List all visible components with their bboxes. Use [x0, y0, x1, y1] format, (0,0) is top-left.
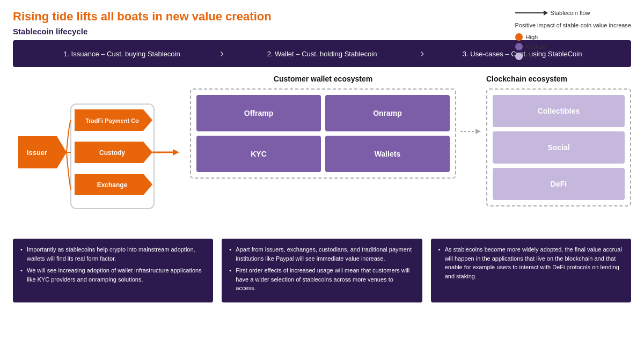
dotted-arrowhead [475, 129, 481, 134]
legend-arrow-line [515, 12, 547, 13]
step-2-label: 2. Wallet – Cust. holding Stablecoin [224, 50, 420, 58]
issuer-text: Issuer [27, 149, 47, 157]
exchange-text: Exchange [97, 181, 128, 189]
step-chevron-2: › [420, 47, 424, 61]
bottom-left-item-1: Importantly as stablecoins help crypto i… [20, 245, 206, 263]
wallet-cell-offramp: Offramp [196, 95, 321, 131]
legend-low-label: Low [526, 53, 537, 60]
legend-medium: Medium [515, 43, 631, 50]
legend: Stablecoin flow Positive impact of stabl… [515, 10, 631, 60]
blockchain-title: Clockchain ecosystem [486, 75, 631, 83]
wallet-cell-kyc: KYC [196, 136, 321, 172]
legend-high-label: High [526, 34, 538, 40]
curve-bot [67, 152, 71, 190]
chain-cell-collectibles: Collectibles [493, 95, 625, 127]
bottom-box-middle-list: Apart from issuers, exchanges, custodian… [229, 245, 414, 293]
issuance-svg: Issuer TradFi Payment Co Custody Exchang… [13, 75, 185, 230]
issuance-section: Issuer TradFi Payment Co Custody Exchang… [13, 75, 185, 230]
bottom-mid-item-2: First order effects of increased usage w… [229, 266, 414, 293]
bottom-box-middle: Apart from issuers, exchanges, custodian… [222, 239, 422, 302]
legend-flow-label: Stablecoin flow [551, 10, 590, 16]
dotted-connector-svg [460, 128, 482, 135]
bottom-box-right-list: As stablecoins become more widely adopte… [438, 245, 624, 280]
wallet-title: Customer wallet ecosystem [274, 75, 372, 83]
chain-cell-defi: DeFi [493, 168, 625, 200]
connector-arrowhead [173, 149, 179, 156]
bottom-left-item-2: We will see increasing adoption of walle… [20, 266, 206, 284]
bottom-right-item-1: As stablecoins become more widely adopte… [438, 245, 624, 280]
wallet-cell-wallets: Wallets [325, 136, 450, 172]
tradfi-text: TradFi Payment Co [85, 117, 139, 124]
blockchain-section: Clockchain ecosystem Collectibles Social… [486, 75, 631, 206]
bottom-boxes: Importantly as stablecoins help crypto i… [0, 233, 644, 309]
bottom-box-right: As stablecoins become more widely adopte… [431, 239, 631, 302]
legend-flow: Stablecoin flow [515, 10, 631, 16]
wallet-section: Customer wallet ecosystem Offramp Onramp… [185, 75, 456, 179]
curve-top [67, 120, 71, 152]
chain-cell-social: Social [493, 131, 625, 164]
bottom-mid-item-1: Apart from issuers, exchanges, custodian… [229, 245, 414, 263]
legend-medium-label: Medium [526, 43, 547, 50]
legend-positive-label: Positive impact of stable-coin value inc… [515, 21, 631, 29]
wallet-dashed-box: Offramp Onramp KYC Wallets [190, 88, 456, 179]
legend-dot-medium [515, 43, 523, 50]
blockchain-dashed-box: Collectibles Social DeFi [486, 88, 631, 206]
bottom-box-left: Importantly as stablecoins help crypto i… [13, 239, 213, 302]
dotted-connector-wrapper [456, 75, 486, 135]
legend-low: Low [515, 53, 631, 60]
legend-dot-high [515, 33, 523, 41]
wallet-cell-onramp: Onramp [325, 95, 450, 131]
bottom-box-left-list: Importantly as stablecoins help crypto i… [20, 245, 206, 284]
legend-high: High [515, 33, 631, 41]
custody-text: Custody [99, 149, 125, 157]
step-chevron-1: › [220, 47, 224, 61]
legend-dot-low [515, 53, 523, 60]
step-1-label: 1. Issuance – Cust. buying Stablecoin [24, 50, 220, 58]
